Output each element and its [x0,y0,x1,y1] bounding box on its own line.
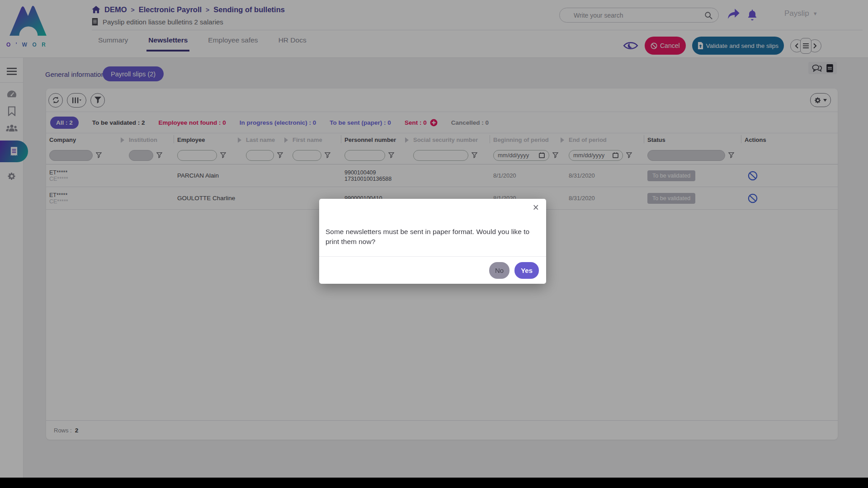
yes-button[interactable]: Yes [514,262,539,279]
dialog-footer: No Yes [319,257,546,284]
dialog-message: Some newsletters must be sent in paper f… [326,227,542,247]
no-button[interactable]: No [489,262,509,279]
close-icon[interactable]: × [533,202,539,214]
print-confirmation-dialog: × Some newsletters must be sent in paper… [319,199,546,284]
